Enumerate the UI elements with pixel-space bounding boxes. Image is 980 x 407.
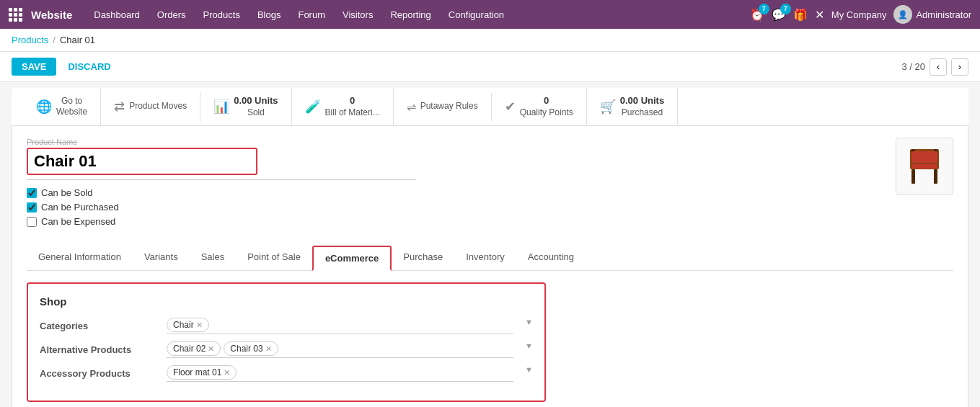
categories-row: Categories Chair ✕ ▼ bbox=[40, 318, 533, 334]
top-navigation: Website Dashboard Orders Products Blogs … bbox=[0, 0, 980, 29]
alternative-products-input[interactable] bbox=[281, 344, 402, 354]
shuffle-icon: ⇌ bbox=[407, 100, 416, 114]
discard-button[interactable]: DISCARD bbox=[62, 58, 116, 76]
remove-chair02-tag[interactable]: ✕ bbox=[208, 344, 214, 354]
tab-point-of-sale[interactable]: Point of Sale bbox=[236, 246, 312, 270]
accessory-products-label: Accessory Products bbox=[40, 365, 155, 379]
messages-button[interactable]: 💬 7 bbox=[772, 8, 786, 22]
nav-orders[interactable]: Orders bbox=[150, 6, 193, 23]
breadcrumb-separator: / bbox=[53, 35, 56, 45]
product-name-input[interactable] bbox=[27, 148, 257, 175]
user-menu[interactable]: 👤 Administrator bbox=[893, 5, 971, 24]
tab-sales[interactable]: Sales bbox=[190, 246, 237, 270]
alternative-products-dropdown-icon[interactable]: ▼ bbox=[525, 341, 533, 350]
units-purchased-label: Purchased bbox=[622, 107, 663, 117]
can-be-purchased-checkbox[interactable]: Can be Purchased bbox=[27, 202, 896, 213]
remove-chair-tag[interactable]: ✕ bbox=[196, 321, 203, 330]
shop-title: Shop bbox=[40, 295, 533, 308]
close-icon[interactable]: ✕ bbox=[815, 8, 824, 22]
avatar: 👤 bbox=[893, 5, 912, 24]
gift-icon[interactable]: 🎁 bbox=[793, 8, 808, 22]
activities-button[interactable]: ⏰ 7 bbox=[750, 8, 764, 22]
nav-blogs[interactable]: Blogs bbox=[250, 6, 288, 23]
category-tag-chair[interactable]: Chair ✕ bbox=[167, 318, 209, 332]
messages-badge: 7 bbox=[780, 4, 791, 14]
tab-ecommerce[interactable]: eCommerce bbox=[312, 246, 392, 271]
putaway-label: Putaway Rules bbox=[420, 101, 478, 111]
app-logo[interactable]: Website bbox=[9, 8, 72, 22]
tab-variants[interactable]: Variants bbox=[133, 246, 190, 270]
nav-reporting[interactable]: Reporting bbox=[383, 6, 438, 23]
product-moves-label: Product Moves bbox=[129, 101, 187, 111]
tab-general-information[interactable]: General Information bbox=[27, 246, 133, 270]
nav-dashboard[interactable]: Dashboard bbox=[87, 6, 147, 23]
smart-buttons-bar: 🌐 Go toWebsite ⇄ Product Moves 📊 0.00 Un… bbox=[12, 88, 968, 126]
nav-visitors[interactable]: Visitors bbox=[335, 6, 380, 23]
can-be-sold-checkbox[interactable]: Can be Sold bbox=[27, 187, 896, 198]
alt-product-tag-chair02[interactable]: Chair 02 ✕ bbox=[167, 341, 221, 356]
tag-label: Floor mat 01 bbox=[173, 367, 221, 377]
accessory-tag-floormat[interactable]: Floor mat 01 ✕ bbox=[167, 365, 237, 380]
alt-product-tag-chair03[interactable]: Chair 03 ✕ bbox=[224, 341, 278, 356]
check-icon: ✔ bbox=[505, 99, 516, 115]
tab-purchase[interactable]: Purchase bbox=[392, 246, 454, 270]
cart-icon: 🛒 bbox=[600, 99, 616, 115]
product-moves-button[interactable]: ⇄ Product Moves bbox=[101, 91, 200, 122]
categories-dropdown-icon[interactable]: ▼ bbox=[525, 318, 533, 326]
svg-rect-3 bbox=[934, 169, 937, 184]
accessory-products-input-container[interactable]: Floor mat 01 ✕ bbox=[167, 365, 513, 382]
units-sold-button[interactable]: 📊 0.00 Units Sold bbox=[200, 88, 291, 125]
tag-label: Chair 03 bbox=[230, 344, 262, 354]
username: Administrator bbox=[916, 9, 971, 20]
product-name-underline bbox=[27, 179, 416, 180]
accessory-products-input[interactable] bbox=[239, 367, 361, 378]
chair-image-svg bbox=[900, 142, 949, 191]
nav-configuration[interactable]: Configuration bbox=[441, 6, 511, 23]
tab-accounting[interactable]: Accounting bbox=[516, 246, 586, 270]
bill-of-materials-button[interactable]: 🧪 0 Bill of Materi... bbox=[292, 88, 394, 125]
units-sold-label: Sold bbox=[247, 107, 265, 117]
accessory-products-dropdown-icon[interactable]: ▼ bbox=[525, 365, 533, 374]
tab-content-ecommerce: Shop Categories Chair ✕ ▼ Alternative Pr… bbox=[27, 271, 953, 407]
prev-page-button[interactable]: ‹ bbox=[930, 58, 947, 76]
svg-rect-7 bbox=[911, 151, 937, 163]
next-page-button[interactable]: › bbox=[951, 58, 968, 76]
nav-right: ⏰ 7 💬 7 🎁 ✕ My Company 👤 Administrator bbox=[750, 5, 971, 24]
can-be-expensed-checkbox[interactable]: Can be Expensed bbox=[27, 216, 896, 227]
main-content-card: Product Name Can be Sold Can be Purchase… bbox=[12, 126, 968, 407]
action-bar: SAVE DISCARD 3 / 20 ‹ › bbox=[0, 52, 980, 82]
remove-chair03-tag[interactable]: ✕ bbox=[265, 344, 272, 354]
tab-inventory[interactable]: Inventory bbox=[454, 246, 516, 270]
categories-input-container[interactable]: Chair ✕ bbox=[167, 318, 513, 334]
svg-rect-6 bbox=[911, 164, 937, 169]
putaway-rules-button[interactable]: ⇌ Putaway Rules bbox=[394, 93, 492, 121]
units-purchased-button[interactable]: 🛒 0.00 Units Purchased bbox=[587, 88, 678, 125]
product-image[interactable] bbox=[896, 138, 953, 195]
categories-input[interactable] bbox=[212, 320, 333, 331]
save-button[interactable]: SAVE bbox=[12, 58, 56, 76]
transfer-icon: ⇄ bbox=[114, 99, 125, 115]
alternative-products-label: Alternative Products bbox=[40, 341, 155, 355]
units-sold-value: 0.00 Units bbox=[234, 95, 278, 107]
pagination-text: 3 / 20 bbox=[901, 61, 925, 72]
activities-badge: 7 bbox=[759, 4, 769, 14]
checkbox-group: Can be Sold Can be Purchased Can be Expe… bbox=[27, 187, 896, 227]
go-to-website-button[interactable]: 🌐 Go toWebsite bbox=[23, 89, 101, 125]
globe-icon: 🌐 bbox=[36, 99, 52, 115]
product-name-section: Product Name Can be Sold Can be Purchase… bbox=[27, 138, 896, 234]
breadcrumb-current: Chair 01 bbox=[60, 35, 95, 45]
pagination: 3 / 20 ‹ › bbox=[901, 58, 968, 76]
grid-icon[interactable] bbox=[9, 8, 22, 22]
nav-forum[interactable]: Forum bbox=[291, 6, 332, 23]
alternative-products-input-container[interactable]: Chair 02 ✕ Chair 03 ✕ bbox=[167, 341, 513, 358]
breadcrumb-parent[interactable]: Products bbox=[12, 35, 48, 45]
alternative-products-row: Alternative Products Chair 02 ✕ Chair 03… bbox=[40, 341, 533, 358]
bom-label: Bill of Materi... bbox=[325, 107, 380, 117]
remove-floormat-tag[interactable]: ✕ bbox=[224, 368, 230, 377]
quality-label: Quality Points bbox=[520, 107, 573, 117]
nav-products[interactable]: Products bbox=[196, 6, 247, 23]
accessory-products-row: Accessory Products Floor mat 01 ✕ ▼ bbox=[40, 365, 533, 382]
quality-value: 0 bbox=[520, 95, 573, 107]
quality-points-button[interactable]: ✔ 0 Quality Points bbox=[492, 88, 587, 125]
tabs: General Information Variants Sales Point… bbox=[27, 246, 953, 271]
